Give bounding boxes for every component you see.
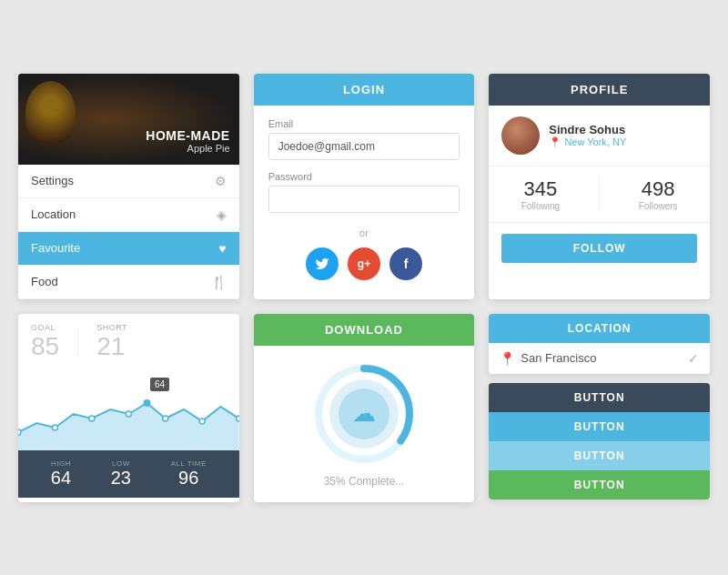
download-header: DOWNLOAD <box>254 314 475 346</box>
menu-item-label: Food <box>31 275 58 288</box>
twitter-login-button[interactable] <box>306 247 339 280</box>
profile-stats: 345 Following 498 Followers <box>489 166 710 223</box>
stats-divider <box>599 177 600 211</box>
profile-card: PROFILE Sindre Sohus 📍 New York, NY 345 … <box>489 74 710 299</box>
goal-value: 85 <box>31 332 59 361</box>
goal-stat: GOAL 85 <box>31 323 59 361</box>
menu-item-settings[interactable]: Settings ⚙ <box>18 165 239 198</box>
menu-item-food[interactable]: Food 🍴 <box>18 266 239 299</box>
login-card: LOGIN Email Password or g+ f <box>254 74 475 299</box>
heart-icon: ♥ <box>218 241 226 256</box>
buttons-card: BUTTON BUTTON BUTTON BUTTON <box>489 383 710 499</box>
menu-item-label: Favourite <box>31 241 80 255</box>
profile-details: Sindre Sohus 📍 New York, NY <box>549 123 626 148</box>
location-city: San Francisco <box>521 351 596 365</box>
chart-card: GOAL 85 SHORT 21 <box>18 314 239 502</box>
short-value: 21 <box>96 332 127 361</box>
following-stat: 345 Following <box>521 177 560 211</box>
svg-point-1 <box>18 429 21 435</box>
cloud-icon: ☁ <box>352 399 376 428</box>
profile-location-text: New York, NY <box>564 136 626 147</box>
google-login-button[interactable]: g+ <box>348 247 380 280</box>
chart-alltime: ALL TIME 96 <box>171 459 207 489</box>
chart-divider <box>77 327 78 358</box>
svg-point-2 <box>52 425 57 430</box>
high-value: 64 <box>51 468 71 489</box>
facebook-login-button[interactable]: f <box>389 247 422 280</box>
followers-count: 498 <box>639 177 678 201</box>
chart-tooltip: 64 <box>150 378 169 391</box>
followers-label: Followers <box>639 201 678 211</box>
location-place: 📍 San Francisco <box>500 351 596 366</box>
button-sky[interactable]: BUTTON <box>489 441 710 470</box>
chart-low: LOW 23 <box>111 459 131 489</box>
follow-button[interactable]: FOLLOW <box>501 234 697 263</box>
menu-item-location[interactable]: Location ◈ <box>18 198 239 232</box>
short-label: SHORT <box>96 323 127 332</box>
location-pin-icon: 📍 <box>549 136 561 147</box>
login-body: Email Password or g+ f <box>254 106 475 293</box>
login-header: LOGIN <box>254 74 475 106</box>
high-label: HIGH <box>51 459 71 468</box>
chart-bottom: HIGH 64 LOW 23 ALL TIME 96 <box>18 450 239 498</box>
menu-item-favourite[interactable]: Favourite ♥ <box>18 232 239 266</box>
following-label: Following <box>521 201 560 211</box>
profile-name: Sindre Sohus <box>549 123 626 136</box>
download-card: DOWNLOAD ☁ 35% Complete... <box>254 314 475 502</box>
goal-label: GOAL <box>31 323 59 332</box>
followers-stat: 498 Followers <box>639 177 678 211</box>
button-dark[interactable]: BUTTON <box>489 383 710 412</box>
google-icon: g+ <box>358 257 370 270</box>
map-pin-icon: 📍 <box>500 351 515 366</box>
progress-ring: ☁ <box>314 364 414 464</box>
chart-svg <box>18 368 239 450</box>
location-card: LOCATION 📍 San Francisco ✓ <box>489 314 710 374</box>
button-blue[interactable]: BUTTON <box>489 412 710 441</box>
hero-title: HOME-MADE <box>146 128 229 143</box>
following-count: 345 <box>521 177 560 201</box>
short-stat: SHORT 21 <box>96 323 127 361</box>
checkmark-icon: ✓ <box>688 351 699 366</box>
chart-stats: GOAL 85 SHORT 21 <box>18 314 239 361</box>
chart-high: HIGH 64 <box>51 459 71 489</box>
email-label: Email <box>268 118 460 129</box>
button-green[interactable]: BUTTON <box>489 470 710 499</box>
download-body: ☁ 35% Complete... <box>254 346 475 502</box>
svg-point-5 <box>163 416 168 421</box>
food-icon: 🍴 <box>211 275 227 289</box>
profile-info: Sindre Sohus 📍 New York, NY <box>489 106 710 166</box>
chart-area: 64 <box>18 368 239 450</box>
low-label: LOW <box>111 459 131 468</box>
svg-point-6 <box>199 419 205 424</box>
social-buttons: g+ f <box>268 247 460 280</box>
menu-hero: HOME-MADE Apple Pie <box>18 74 239 165</box>
profile-header: PROFILE <box>489 74 710 106</box>
profile-location: 📍 New York, NY <box>549 136 626 148</box>
menu-item-label: Location <box>31 207 76 221</box>
location-icon: ◈ <box>217 207 227 222</box>
email-input[interactable] <box>268 133 460 160</box>
or-divider: or <box>268 227 460 238</box>
hero-subtitle: Apple Pie <box>146 143 229 154</box>
menu-card: HOME-MADE Apple Pie Settings ⚙ Location … <box>18 74 239 299</box>
svg-point-8 <box>144 399 151 407</box>
facebook-icon: f <box>404 257 409 271</box>
download-progress-text: 35% Complete... <box>324 475 405 488</box>
svg-point-4 <box>126 411 131 417</box>
location-body: 📍 San Francisco ✓ <box>489 343 710 374</box>
password-label: Password <box>268 171 460 182</box>
alltime-label: ALL TIME <box>171 459 207 468</box>
low-value: 23 <box>111 468 131 489</box>
menu-item-label: Settings <box>31 174 74 187</box>
svg-point-7 <box>237 416 239 421</box>
main-container: HOME-MADE Apple Pie Settings ⚙ Location … <box>18 74 710 502</box>
alltime-value: 96 <box>171 468 207 489</box>
svg-point-3 <box>89 416 95 421</box>
password-input[interactable] <box>268 186 460 213</box>
location-buttons-panel: LOCATION 📍 San Francisco ✓ BUTTON BUTTON… <box>489 314 710 502</box>
settings-icon: ⚙ <box>215 174 227 188</box>
hero-food-image <box>25 81 76 145</box>
location-header: LOCATION <box>489 314 710 343</box>
avatar <box>501 116 540 155</box>
hero-text: HOME-MADE Apple Pie <box>146 128 229 154</box>
